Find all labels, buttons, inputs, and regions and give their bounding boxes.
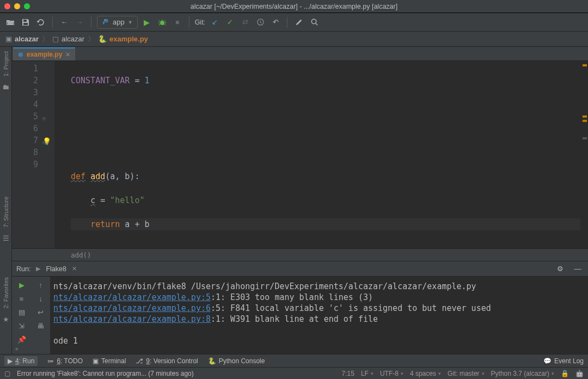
- save-icon[interactable]: [20, 16, 32, 28]
- breadcrumb: ▣alcazar 〉 ▢alcazar 〉 🐍example.py: [0, 32, 588, 47]
- favorites-tool-button[interactable]: 2: Favorites: [3, 277, 9, 308]
- git-branch-selector[interactable]: Git: master▾: [448, 370, 485, 377]
- editor-tab[interactable]: ⬢ example.py ✕: [13, 47, 75, 60]
- star-icon[interactable]: ★: [3, 315, 9, 323]
- run-label: Run:: [16, 265, 30, 273]
- layout-icon[interactable]: ▤: [19, 308, 25, 316]
- stop-run-icon[interactable]: ■: [20, 295, 24, 303]
- breadcrumb-separator: 〉: [42, 34, 49, 44]
- scroll-up-icon[interactable]: ↑: [39, 281, 42, 289]
- line-ending-selector[interactable]: LF▾: [361, 370, 373, 377]
- more-icon[interactable]: »: [12, 344, 50, 354]
- run-tool-window: Run: ▶ Flake8 ✕ ⚙ — ▶ ■ ▤ ⇲ 📌: [12, 261, 588, 354]
- python-console-tab-button[interactable]: 🐍Python Console: [208, 357, 265, 365]
- run-tab-button[interactable]: ▶4: Run: [4, 356, 38, 366]
- lock-icon[interactable]: 🔒: [561, 370, 569, 377]
- main-toolbar: ← → app ▼ ▶ ■ Git: ↙ ✓ ⇄ ↶: [0, 13, 588, 32]
- svg-rect-0: [23, 20, 27, 22]
- editor-scrollbar[interactable]: [580, 61, 588, 248]
- rerun-icon[interactable]: ▶: [19, 281, 24, 289]
- refresh-icon[interactable]: [35, 16, 47, 28]
- folder-icon: ▣: [5, 35, 12, 43]
- code-content[interactable]: CONSTANT_VAR = 1 def add(a, b): c = "hel…: [54, 61, 580, 248]
- run-output[interactable]: nts/alcazar/venv/bin/flake8 /Users/jahon…: [50, 277, 588, 354]
- back-icon[interactable]: ←: [58, 16, 70, 28]
- bottom-tool-tabs: ▶4: Run ≔6: TODO ▣Terminal ⎇9: Version C…: [0, 354, 588, 367]
- line-number-gutter: 1 2 3 4 5⊖ 6 7⊖💡 8 9: [12, 61, 54, 248]
- git-compare-icon: ⇄: [239, 16, 251, 28]
- folder-icon: ▢: [52, 35, 59, 43]
- run-settings-icon[interactable]: ⚙: [554, 263, 566, 275]
- status-icon[interactable]: ▢: [4, 370, 10, 377]
- status-message[interactable]: Error running 'Flake8': Cannot run progr…: [17, 370, 194, 377]
- indent-selector[interactable]: 4 spaces▾: [410, 370, 441, 377]
- debug-icon[interactable]: [156, 16, 168, 28]
- window-title: alcazar [~/DevExperiments/alcazar] - ...…: [0, 3, 588, 10]
- dump-icon[interactable]: ⇲: [19, 322, 24, 330]
- project-tool-button[interactable]: 1: Project: [3, 51, 9, 76]
- run-config-selector[interactable]: app ▼: [97, 16, 138, 29]
- close-tab-icon[interactable]: ✕: [65, 51, 70, 58]
- scroll-down-icon[interactable]: ↓: [39, 295, 42, 303]
- svg-point-2: [105, 19, 105, 20]
- tab-label: example.py: [27, 51, 62, 58]
- run-icon[interactable]: ▶: [141, 16, 153, 28]
- interpreter-selector[interactable]: Python 3.7 (alcazar)▾: [491, 370, 554, 377]
- python-file-icon: ⬢: [18, 51, 23, 58]
- run-tab-name[interactable]: Flake8: [46, 265, 66, 273]
- structure-tool-button[interactable]: 7: Structure: [3, 197, 9, 228]
- output-link[interactable]: nts/alcazar/alcazar/example.py:8: [53, 314, 211, 324]
- svg-point-5: [311, 19, 316, 23]
- code-editor[interactable]: 1 2 3 4 5⊖ 6 7⊖💡 8 9 CONSTANT_VAR = 1 de…: [12, 61, 588, 248]
- stop-icon: ■: [171, 16, 183, 28]
- titlebar: alcazar [~/DevExperiments/alcazar] - ...…: [0, 0, 588, 13]
- settings-icon[interactable]: [293, 16, 305, 28]
- python-icon: [102, 19, 109, 26]
- breadcrumb-root[interactable]: ▣alcazar: [5, 35, 39, 43]
- run-toolbar: ▶ ■ ▤ ⇲ 📌 ↑ ↓ ↩ 🖶: [12, 277, 50, 354]
- breadcrumb-file[interactable]: 🐍example.py: [98, 35, 148, 43]
- open-icon[interactable]: [4, 16, 16, 28]
- git-label: Git:: [195, 19, 205, 26]
- pin-icon[interactable]: 📌: [17, 335, 26, 344]
- terminal-tab-button[interactable]: ▣Terminal: [93, 357, 126, 365]
- event-log-button[interactable]: 💬Event Log: [543, 357, 584, 365]
- git-revert-icon[interactable]: ↶: [270, 16, 281, 28]
- soft-wrap-icon[interactable]: ↩: [38, 308, 44, 316]
- ide-icon[interactable]: 🤖: [575, 370, 584, 377]
- git-commit-icon[interactable]: ✓: [224, 16, 236, 28]
- left-tool-rail: 1: Project 🖿 7: Structure ☰ 2: Favorites…: [0, 47, 12, 354]
- intention-bulb-icon[interactable]: 💡: [42, 136, 51, 148]
- git-update-icon[interactable]: ↙: [209, 16, 220, 28]
- search-icon[interactable]: [308, 16, 320, 28]
- status-bar: ▢ Error running 'Flake8': Cannot run pro…: [0, 367, 588, 379]
- git-history-icon[interactable]: [254, 16, 266, 28]
- close-run-tab-icon[interactable]: ✕: [72, 265, 77, 272]
- caret-position[interactable]: 7:15: [342, 370, 354, 377]
- output-link[interactable]: nts/alcazar/alcazar/example.py:5: [53, 292, 211, 302]
- output-link[interactable]: nts/alcazar/alcazar/example.py:6: [53, 303, 211, 313]
- editor-tabs: ⬢ example.py ✕: [12, 47, 588, 61]
- todo-tab-button[interactable]: ≔6: TODO: [47, 357, 83, 365]
- fold-icon[interactable]: ⊖: [42, 113, 46, 125]
- forward-icon: →: [74, 16, 85, 28]
- encoding-selector[interactable]: UTF-8▾: [380, 370, 403, 377]
- vcs-tab-button[interactable]: ⎇9: Version Control: [136, 357, 198, 365]
- python-file-icon: 🐍: [98, 35, 107, 43]
- project-icon[interactable]: 🖿: [2, 83, 9, 91]
- run-tab-icon: ▶: [36, 265, 40, 272]
- svg-rect-1: [23, 23, 28, 25]
- print-icon[interactable]: 🖶: [37, 322, 44, 330]
- code-crumb[interactable]: add(): [12, 248, 588, 261]
- breadcrumb-separator: 〉: [88, 34, 95, 44]
- breadcrumb-dir[interactable]: ▢alcazar: [52, 35, 84, 43]
- run-header: Run: ▶ Flake8 ✕ ⚙ —: [12, 261, 588, 277]
- hide-panel-icon[interactable]: —: [572, 263, 584, 275]
- run-config-label: app: [113, 18, 125, 26]
- structure-icon[interactable]: ☰: [3, 234, 9, 242]
- svg-point-3: [160, 21, 164, 25]
- chevron-down-icon: ▼: [128, 20, 133, 25]
